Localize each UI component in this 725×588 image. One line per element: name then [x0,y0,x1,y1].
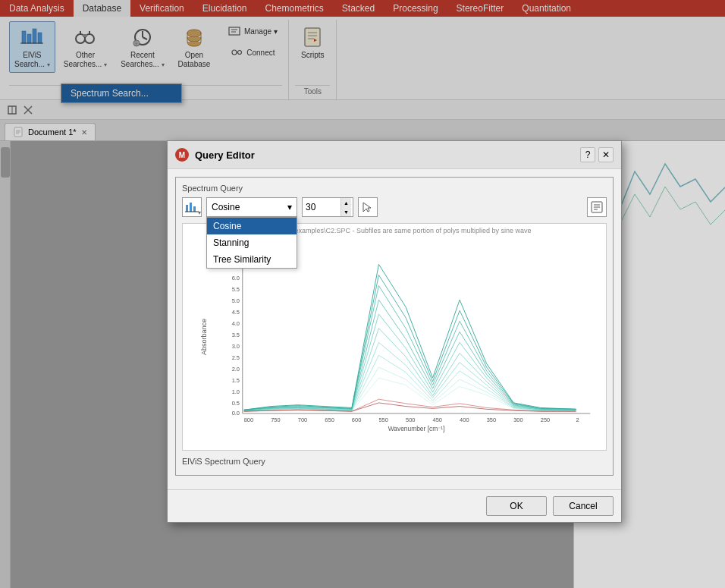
chart-type-button[interactable]: ▾ [182,197,202,217]
svg-rect-35 [190,203,192,212]
export-icon [591,201,603,213]
option-stanning[interactable]: Stanning [207,234,297,251]
svg-text:5.5: 5.5 [232,286,240,293]
svg-text:0.5: 0.5 [232,400,240,407]
dialog-title-text: Query Editor [195,149,255,161]
svg-text:1.5: 1.5 [232,377,240,384]
svg-text:2.5: 2.5 [232,354,240,361]
svg-text:2: 2 [576,417,579,423]
spinner-up[interactable]: ▲ [341,198,351,207]
svg-text:4.5: 4.5 [232,309,240,316]
query-controls-row: ▾ Cosine ▾ Cosine Stanning Tree Similari… [182,197,607,217]
dialog-close-button[interactable]: ✕ [598,147,614,162]
svg-text:4.0: 4.0 [232,320,240,327]
dialog-body: Spectrum Query ▾ Cosine [168,169,621,489]
svg-text:800: 800 [244,417,253,423]
svg-text:250: 250 [541,417,550,423]
svg-text:350: 350 [487,417,496,423]
cancel-button[interactable]: Cancel [553,496,614,516]
svg-text:500: 500 [406,417,415,423]
export-button[interactable] [587,197,607,217]
svg-text:3.0: 3.0 [232,343,240,350]
svg-rect-34 [186,205,188,212]
number-hits-input[interactable]: 30 ▲ ▼ [302,197,353,217]
svg-text:0.0: 0.0 [232,410,240,417]
group-legend-label: Spectrum Query [182,184,607,193]
svg-rect-36 [193,206,196,212]
spinner-down[interactable]: ▼ [341,207,351,216]
svg-text:300: 300 [513,417,523,423]
y-axis-label: Absorbance [200,319,208,355]
algorithm-select-wrapper: Cosine ▾ Cosine Stanning Tree Similarity [206,197,297,217]
dialog-title-area: M Query Editor [175,148,255,162]
bar-chart-icon [185,200,199,214]
svg-text:5.0: 5.0 [232,297,240,304]
cursor-button[interactable] [358,197,378,217]
chart-btn-arrow: ▾ [198,209,201,216]
svg-text:1.0: 1.0 [232,388,240,395]
algorithm-dropdown-arrow: ▾ [287,202,292,212]
query-editor-dialog: M Query Editor ? ✕ Spectrum Query [167,140,622,523]
spectrum-query-group: Spectrum Query ▾ Cosine [175,177,614,476]
svg-text:700: 700 [298,417,307,423]
svg-text:450: 450 [433,417,442,423]
svg-text:2.0: 2.0 [232,366,240,373]
option-tree-similarity[interactable]: Tree Similarity [207,251,297,268]
ok-button[interactable]: OK [486,496,547,516]
dialog-app-icon: M [175,148,189,162]
cursor-icon [362,201,374,213]
option-cosine[interactable]: Cosine [207,218,297,234]
dialog-titlebar: M Query Editor ? ✕ [168,141,621,169]
svg-text:3.5: 3.5 [232,332,240,338]
dialog-window-controls: ? ✕ [580,147,614,162]
svg-text:550: 550 [378,417,388,423]
svg-text:750: 750 [271,417,280,423]
svg-text:Wavenumber [cm⁻¹]: Wavenumber [cm⁻¹] [388,425,445,432]
svg-marker-38 [363,203,371,212]
dialog-footer: OK Cancel [168,489,621,522]
algorithm-dropdown: Cosine Stanning Tree Similarity [206,217,297,269]
number-spinners: ▲ ▼ [341,198,351,216]
dialog-help-button[interactable]: ? [580,147,595,162]
svg-text:650: 650 [325,417,334,423]
algorithm-selected-value: Cosine [212,202,240,212]
svg-text:600: 600 [352,417,361,423]
svg-text:400: 400 [460,417,469,423]
chart-footer: ElViS Spectrum Query [182,454,607,469]
number-hits-field[interactable]: 30 [303,202,341,212]
algorithm-select[interactable]: Cosine ▾ [206,197,297,217]
svg-text:6.0: 6.0 [232,275,240,281]
